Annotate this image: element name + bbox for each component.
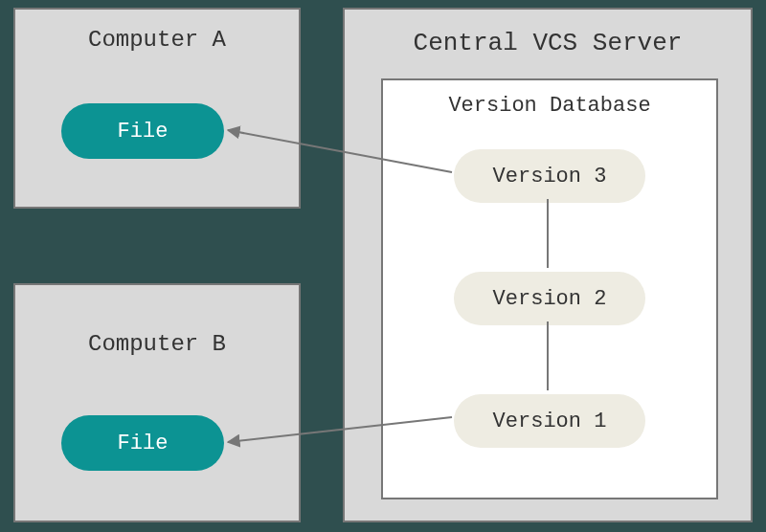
version-1-pill: Version 1 <box>454 394 645 448</box>
computer-a-file-label: File <box>118 120 169 144</box>
computer-a-title: Computer A <box>15 10 299 53</box>
computer-b-panel: Computer B File <box>13 283 301 522</box>
version-3-label: Version 3 <box>493 165 607 188</box>
computer-a-panel: Computer A File <box>13 8 301 209</box>
version-1-label: Version 1 <box>493 410 607 433</box>
server-title: Central VCS Server <box>345 10 751 57</box>
computer-a-file-pill: File <box>61 103 224 159</box>
server-panel: Central VCS Server Version Database Vers… <box>343 8 753 522</box>
computer-b-file-pill: File <box>61 415 224 471</box>
computer-b-file-label: File <box>118 432 169 455</box>
version-database-title: Version Database <box>383 80 716 118</box>
computer-b-title: Computer B <box>15 285 299 357</box>
version-2-label: Version 2 <box>493 287 607 311</box>
version-database-box: Version Database Version 3 Version 2 Ver… <box>381 78 718 499</box>
diagram-stage: Computer A File Computer B File Central … <box>0 0 766 532</box>
version-3-pill: Version 3 <box>454 149 645 203</box>
version-2-pill: Version 2 <box>454 272 645 325</box>
